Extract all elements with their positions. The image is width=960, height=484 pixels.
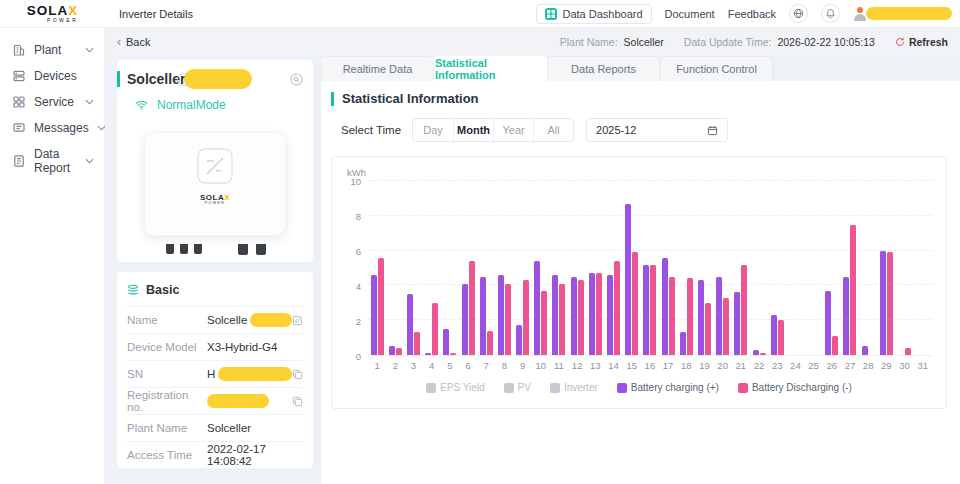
document-link[interactable]: Document	[665, 8, 715, 20]
basic-info-card: Basic NameSolcelleDevice ModelX3-Hybrid-…	[117, 272, 313, 468]
bar-battery-charging	[662, 258, 668, 355]
detail-panel: Realtime DataStatistical InformationData…	[321, 56, 960, 484]
bar-group-day-27	[841, 181, 859, 355]
legend-item-pv[interactable]: PV	[504, 382, 531, 393]
bar-battery-charging	[516, 325, 522, 355]
bar-group-day-7	[477, 181, 495, 355]
legend-swatch	[504, 383, 514, 393]
y-axis-tick: 4	[356, 281, 361, 292]
subheader: ‹ Back Plant Name: Solceller Data Update…	[105, 28, 960, 56]
tab-statistical-information[interactable]: Statistical Information	[434, 56, 547, 81]
field-label: Plant Name	[127, 422, 207, 434]
sidebar-item-devices[interactable]: Devices	[0, 63, 104, 89]
sidebar-item-service[interactable]: Service	[0, 89, 104, 115]
legend-item-battery-charging[interactable]: Battery charging (+)	[617, 382, 719, 393]
tab-realtime-data[interactable]: Realtime Data	[321, 56, 434, 81]
logo-text: SOLA	[27, 3, 69, 18]
time-range-segmented: DayMonthYearAll	[412, 118, 574, 142]
field-redaction	[250, 313, 292, 327]
bar-battery-discharging	[650, 265, 656, 355]
bell-icon	[825, 8, 836, 19]
dashboard-icon	[545, 8, 557, 20]
bar-battery-discharging	[596, 273, 602, 355]
layers-icon	[127, 284, 139, 296]
bar-battery-charging	[480, 277, 486, 355]
bar-battery-discharging	[760, 353, 766, 355]
x-axis-label: 7	[477, 360, 495, 371]
refresh-button[interactable]: Refresh	[895, 36, 948, 48]
basic-row-name: NameSolcelle	[127, 306, 303, 333]
copy-icon[interactable]	[292, 396, 303, 407]
logo-sub: POWER	[27, 18, 79, 23]
language-globe-button[interactable]	[789, 4, 808, 23]
edit-icon[interactable]	[292, 315, 303, 326]
bar-battery-charging	[534, 261, 540, 355]
bar-battery-charging	[462, 284, 468, 355]
x-axis-label: 15	[623, 360, 641, 371]
bar-battery-charging	[371, 275, 377, 355]
legend-item-battery-discharging[interactable]: Battery Discharging (-)	[738, 382, 852, 393]
bar-battery-charging	[443, 329, 449, 355]
x-axis-label: 25	[805, 360, 823, 371]
legend-item-inverter[interactable]: Inverter	[550, 382, 598, 393]
bar-group-day-2	[386, 181, 404, 355]
plant-icon	[12, 43, 26, 57]
sidebar-item-messages[interactable]: Messages	[0, 115, 104, 141]
feedback-link[interactable]: Feedback	[728, 8, 776, 20]
x-axis-label: 13	[586, 360, 604, 371]
data-dashboard-button[interactable]: Data Dashboard	[536, 4, 651, 24]
field-value: H	[207, 367, 292, 381]
avatar	[853, 6, 868, 21]
bar-group-day-26	[823, 181, 841, 355]
field-value: 2022-02-17 14:08:42	[207, 443, 303, 467]
legend-swatch	[617, 383, 627, 393]
x-axis-label: 16	[641, 360, 659, 371]
select-time-label: Select Time	[341, 124, 401, 136]
x-axis-label: 1	[368, 360, 386, 371]
legend-swatch	[550, 383, 560, 393]
x-axis-label: 4	[423, 360, 441, 371]
x-axis-label: 29	[877, 360, 895, 371]
bar-group-day-12	[568, 181, 586, 355]
back-chevron-icon: ‹	[117, 35, 121, 49]
sidebar-item-plant[interactable]: Plant	[0, 37, 104, 63]
time-option-day[interactable]: Day	[413, 119, 453, 141]
bar-group-day-6	[459, 181, 477, 355]
sidebar-item-data-report[interactable]: Data Report	[0, 141, 104, 181]
bar-group-day-30	[895, 181, 913, 355]
legend-label: PV	[518, 382, 531, 393]
legend-label: Battery Discharging (-)	[752, 382, 852, 393]
notifications-button[interactable]	[821, 4, 840, 23]
legend-label: EPS Yield	[440, 382, 484, 393]
basic-row-device-model: Device ModelX3-Hybrid-G4	[127, 333, 303, 360]
tab-function-control[interactable]: Function Control	[660, 56, 773, 81]
bar-battery-discharging	[832, 336, 838, 355]
sidebar: PlantDevicesServiceMessagesData Report	[0, 28, 105, 484]
bar-group-day-10	[532, 181, 550, 355]
date-picker[interactable]: 2025-12	[586, 118, 728, 142]
x-axis-label: 10	[532, 360, 550, 371]
bar-battery-charging	[843, 277, 849, 355]
bar-group-day-1	[368, 181, 386, 355]
user-account[interactable]	[853, 6, 952, 21]
tab-data-reports[interactable]: Data Reports	[547, 56, 660, 81]
bar-battery-discharging	[850, 225, 856, 356]
time-option-all[interactable]: All	[533, 119, 573, 141]
x-axis-label: 26	[823, 360, 841, 371]
y-axis-unit: kWh	[347, 167, 932, 178]
legend-item-eps-yield[interactable]: EPS Yield	[426, 382, 484, 393]
time-option-year[interactable]: Year	[493, 119, 533, 141]
copy-icon[interactable]	[292, 369, 303, 380]
magnifier-icon[interactable]	[290, 73, 303, 86]
x-axis-label: 8	[495, 360, 513, 371]
back-button[interactable]: ‹ Back	[117, 35, 150, 49]
bar-battery-discharging	[632, 252, 638, 355]
bar-group-day-25	[805, 181, 823, 355]
bar-group-day-23	[768, 181, 786, 355]
x-axis-label: 27	[841, 360, 859, 371]
y-axis-tick: 0	[356, 351, 361, 362]
bar-battery-charging	[734, 292, 740, 355]
legend-label: Inverter	[564, 382, 598, 393]
time-option-month[interactable]: Month	[453, 119, 493, 141]
x-axis-label: 3	[404, 360, 422, 371]
